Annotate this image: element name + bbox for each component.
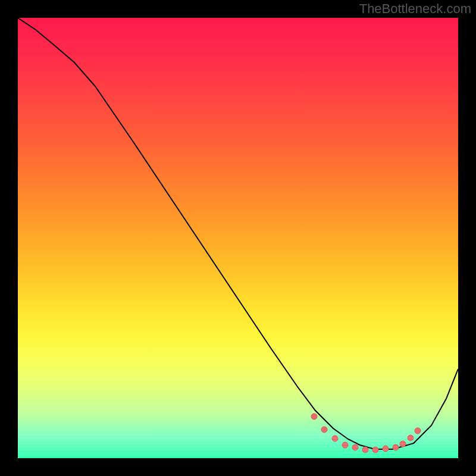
marker-dot [383, 446, 389, 452]
marker-dot [332, 436, 338, 441]
marker-dot [362, 447, 368, 453]
bottleneck-curve [18, 18, 458, 449]
chart-plot-area [18, 18, 458, 458]
marker-dot [352, 444, 358, 450]
marker-dot [321, 427, 327, 433]
marker-dot [408, 435, 414, 441]
bottom-marker-group [311, 414, 421, 453]
marker-dot [393, 444, 399, 450]
watermark-text: TheBottleneck.com [359, 1, 471, 17]
marker-dot [311, 414, 317, 419]
marker-dot [342, 442, 348, 448]
marker-dot [400, 441, 406, 447]
marker-dot [372, 447, 378, 453]
chart-svg [18, 18, 458, 458]
marker-dot [415, 428, 421, 434]
